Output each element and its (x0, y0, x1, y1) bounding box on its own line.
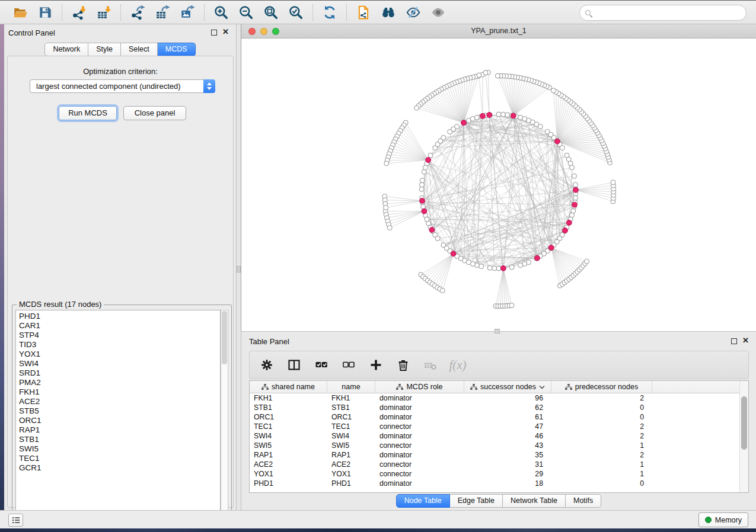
select-all-button[interactable] (312, 356, 330, 374)
close-table-panel-icon[interactable]: ✕ (742, 336, 749, 345)
tab-motifs[interactable]: Motifs (566, 494, 601, 508)
network-node[interactable] (509, 303, 514, 308)
mcds-node[interactable] (461, 120, 467, 126)
mcds-result-item[interactable]: ACE2 (19, 397, 220, 406)
table-cell[interactable]: RAP1 (327, 450, 375, 460)
network-node[interactable] (496, 112, 501, 117)
network-node[interactable] (428, 153, 433, 158)
run-mcds-button[interactable]: Run MCDS (59, 106, 117, 120)
panel-splitter-vertical[interactable] (237, 24, 241, 510)
table-panel-splitter-handle[interactable] (495, 329, 500, 334)
table-cell[interactable]: 1 (551, 441, 652, 450)
network-node[interactable] (500, 112, 505, 117)
mcds-node[interactable] (563, 228, 568, 233)
table-row[interactable]: SWI5SWI5connector431 (250, 441, 740, 450)
tab-network-table[interactable]: Network Table (503, 494, 566, 508)
search-box[interactable] (579, 5, 747, 21)
table-cell[interactable]: dominator (375, 431, 464, 441)
table-row[interactable]: SWI4SWI4dominator462 (250, 431, 740, 441)
mcds-result-item[interactable]: TEC1 (19, 454, 220, 463)
table-cell[interactable]: dominator (375, 450, 464, 460)
tab-network[interactable]: Network (44, 43, 88, 56)
add-column-button[interactable] (367, 356, 385, 374)
table-cell[interactable]: YOX1 (250, 469, 327, 479)
table-cell[interactable]: ACE2 (327, 460, 375, 469)
table-cell[interactable]: 18 (464, 479, 551, 488)
mcds-result-item[interactable]: PHD1 (19, 312, 220, 321)
result-scrollbar-thumb[interactable] (222, 311, 227, 364)
refresh-button[interactable] (320, 3, 339, 22)
deselect-all-button[interactable] (340, 356, 358, 374)
memory-button[interactable]: Memory (698, 512, 748, 527)
table-scrollbar-thumb[interactable] (741, 396, 747, 450)
network-node[interactable] (492, 266, 497, 271)
table-cell[interactable]: SWI5 (250, 441, 327, 450)
mcds-result-item[interactable]: SWI4 (19, 359, 220, 368)
column-header-successor-nodes[interactable]: successor nodes (464, 381, 551, 393)
table-cell[interactable]: 43 (464, 441, 551, 450)
network-node[interactable] (440, 289, 445, 293)
table-row[interactable]: STB1STB1dominator620 (250, 403, 740, 412)
result-scrollbar[interactable] (221, 310, 228, 521)
table-cell[interactable]: FKH1 (250, 393, 327, 403)
column-header-shared-name[interactable]: shared name (250, 381, 327, 393)
export-network-button[interactable] (128, 3, 147, 22)
column-header-predecessor-nodes[interactable]: predecessor nodes (551, 381, 652, 393)
mcds-result-item[interactable]: STB5 (19, 406, 220, 416)
mcds-node[interactable] (501, 265, 506, 271)
close-panel-button[interactable]: Close panel (123, 106, 186, 120)
table-cell[interactable]: 29 (464, 469, 551, 479)
mcds-result-item[interactable]: ORC1 (19, 416, 220, 425)
mcds-node[interactable] (420, 198, 425, 203)
task-history-button[interactable] (8, 514, 23, 527)
mcds-result-item[interactable]: SRD1 (19, 368, 220, 378)
network-node[interactable] (573, 182, 578, 187)
column-header-name[interactable]: name (327, 381, 375, 393)
table-cell[interactable]: ORC1 (250, 412, 327, 422)
table-cell[interactable]: dominator (375, 393, 464, 403)
network-node[interactable] (495, 73, 500, 78)
network-node[interactable] (585, 259, 589, 264)
network-node[interactable] (421, 204, 426, 209)
mcds-result-item[interactable]: PMA2 (19, 378, 220, 387)
table-cell[interactable]: dominator (375, 403, 464, 412)
table-cell[interactable]: FKH1 (327, 393, 375, 403)
network-node[interactable] (496, 266, 501, 271)
table-cell[interactable]: 2 (551, 422, 652, 431)
mcds-node[interactable] (451, 251, 456, 257)
table-row[interactable]: FKH1FKH1dominator962 (250, 393, 740, 403)
network-canvas[interactable] (241, 39, 756, 331)
mcds-node[interactable] (426, 158, 431, 163)
import-table-button[interactable] (94, 3, 113, 22)
table-cell[interactable]: 47 (464, 422, 551, 431)
splitter-handle[interactable] (237, 266, 241, 273)
mcds-node[interactable] (573, 187, 579, 193)
table-cell[interactable]: SWI4 (250, 431, 327, 441)
table-cell[interactable]: ORC1 (327, 412, 375, 422)
table-row[interactable]: PHD1PHD1dominator180 (250, 479, 740, 488)
save-button[interactable] (36, 3, 55, 22)
tab-mcds[interactable]: MCDS (158, 43, 196, 56)
tab-node-table[interactable]: Node Table (396, 494, 450, 508)
export-table-button[interactable] (153, 3, 172, 22)
settings-gear-button[interactable] (258, 356, 276, 374)
table-cell[interactable]: connector (375, 422, 464, 431)
table-cell[interactable]: 62 (464, 403, 551, 412)
table-cell[interactable]: 2 (551, 393, 652, 403)
search-input[interactable] (591, 5, 746, 20)
network-node[interactable] (570, 165, 575, 170)
table-cell[interactable]: RAP1 (250, 450, 327, 460)
mcds-node[interactable] (572, 202, 578, 207)
share-document-button[interactable] (354, 3, 373, 22)
table-cell[interactable]: 2 (551, 431, 652, 441)
table-row[interactable]: ORC1ORC1dominator610 (250, 412, 740, 422)
mcds-node[interactable] (422, 209, 427, 214)
network-node[interactable] (573, 196, 578, 200)
table-scrollbar[interactable] (739, 381, 748, 492)
table-cell[interactable]: PHD1 (327, 479, 375, 488)
table-cell[interactable]: 1 (551, 469, 652, 479)
network-node[interactable] (420, 182, 425, 187)
table-cell[interactable]: 46 (464, 431, 551, 441)
table-row[interactable]: ACE2ACE2connector311 (250, 460, 740, 469)
network-node[interactable] (611, 180, 615, 185)
